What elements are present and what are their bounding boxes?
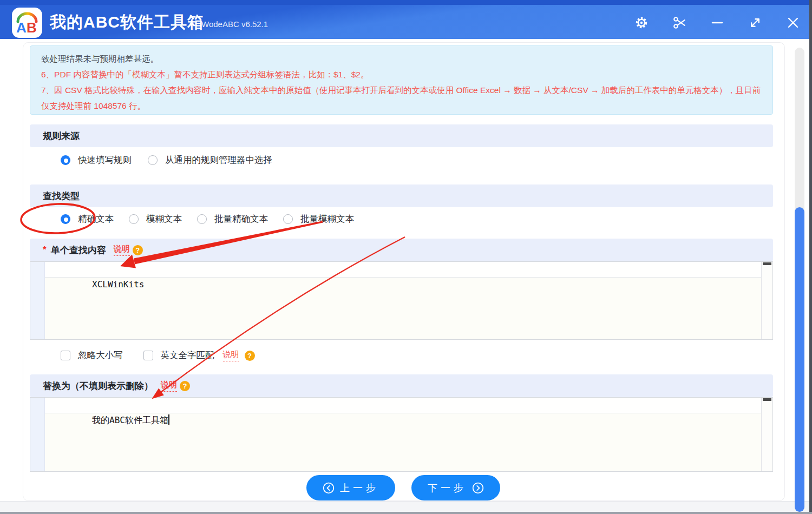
- help-link-replace[interactable]: 说明: [161, 380, 177, 392]
- checkbox-icon: [143, 351, 153, 360]
- radio-label: 精确文本: [78, 213, 114, 225]
- window-right-edge: [809, 0, 812, 514]
- radio-quick-fill-rule[interactable]: 快速填写规则: [61, 154, 132, 166]
- editor-gutter: [30, 262, 45, 339]
- radio-from-rule-manager[interactable]: 从通用的规则管理器中选择: [148, 154, 272, 166]
- rule-source-options: 快速填写规则 从通用的规则管理器中选择: [30, 147, 773, 173]
- checkbox-icon: [61, 351, 70, 360]
- section-search-content: * 单个查找内容 说明 ?: [30, 239, 773, 261]
- gear-icon[interactable]: [630, 15, 653, 31]
- radio-label: 从通用的规则管理器中选择: [165, 154, 272, 166]
- page-scrollbar-track[interactable]: [795, 48, 804, 512]
- help-icon[interactable]: ?: [133, 245, 143, 255]
- help-icon[interactable]: ?: [245, 351, 255, 361]
- checkbox-ignore-case[interactable]: 忽略大小写: [61, 350, 123, 361]
- notice-item-6: 6、PDF 内容替换中的「模糊文本」暂不支持正则表达式分组标签语法，比如：$1、…: [41, 67, 762, 82]
- radio-label: 模糊文本: [146, 213, 182, 225]
- notice-tail-line: 致处理结果未与预期相差甚远。: [41, 51, 762, 67]
- app-title: 我的ABC软件工具箱: [50, 11, 204, 34]
- chevron-right-circle-icon: [472, 482, 484, 494]
- next-step-label: 下一步: [428, 482, 467, 495]
- radio-label: 快速填写规则: [78, 154, 132, 166]
- checkbox-label: 忽略大小写: [78, 350, 123, 361]
- editor-scrollbar[interactable]: [761, 398, 772, 471]
- section-replace-title: 替换为（不填则表示删除）: [43, 380, 153, 392]
- resize-icon[interactable]: [743, 15, 767, 31]
- radio-label: 批量精确文本: [214, 213, 268, 225]
- page-scrollbar-thumb[interactable]: [795, 207, 804, 512]
- editor-line: 我的ABC软件工具箱: [45, 398, 761, 413]
- close-icon[interactable]: [781, 15, 805, 31]
- app-version: WodeABC v6.52.1: [201, 19, 268, 29]
- scissors-icon[interactable]: [667, 15, 691, 31]
- svg-text:A: A: [16, 19, 27, 36]
- svg-text:B: B: [27, 19, 37, 36]
- required-asterisk: *: [43, 245, 47, 255]
- titlebar[interactable]: A B 我的ABC软件工具箱 WodeABC v6.52.1: [0, 5, 809, 39]
- radio-unselected-icon: [129, 214, 139, 224]
- section-search-type: 查找类型: [30, 184, 773, 207]
- radio-batch-exact-text[interactable]: 批量精确文本: [197, 213, 268, 225]
- wizard-footer: 上一步 下一步: [0, 475, 807, 500]
- radio-selected-icon: [61, 155, 70, 165]
- app-window: A B 我的ABC软件工具箱 WodeABC v6.52.1: [0, 0, 812, 514]
- window-bottom-edge: [0, 512, 812, 514]
- replace-content-editor[interactable]: 我的ABC软件工具箱: [30, 397, 773, 472]
- search-type-options: 精确文本 模糊文本 批量精确文本 批量模糊文本: [30, 207, 773, 232]
- help-link-search-content[interactable]: 说明: [114, 244, 130, 256]
- replace-content-value: 我的ABC软件工具箱: [92, 415, 168, 425]
- notice-box: 致处理结果未与预期相差甚远。 6、PDF 内容替换中的「模糊文本」暂不支持正则表…: [30, 45, 773, 115]
- chevron-left-circle-icon: [323, 482, 335, 494]
- radio-fuzzy-text[interactable]: 模糊文本: [129, 213, 182, 225]
- app-logo: A B: [12, 8, 42, 38]
- minimize-icon[interactable]: [705, 15, 729, 31]
- section-search-content-title: 单个查找内容: [51, 244, 106, 256]
- radio-unselected-icon: [283, 214, 293, 224]
- help-link-whole-word[interactable]: 说明: [223, 350, 239, 361]
- section-rule-source: 规则来源: [30, 124, 773, 147]
- help-icon[interactable]: ?: [180, 381, 190, 391]
- section-search-type-title: 查找类型: [43, 190, 80, 202]
- radio-selected-icon: [61, 214, 70, 224]
- editor-scroll-thumb[interactable]: [763, 398, 771, 401]
- editor-scrollbar[interactable]: [761, 262, 772, 339]
- notice-item-7: 7、因 CSV 格式比较特殊，在输入查找内容时，应输入纯文本中的原始值（使用记事…: [41, 82, 762, 114]
- radio-unselected-icon: [148, 155, 158, 165]
- text-cursor: [168, 414, 169, 425]
- previous-step-button[interactable]: 上一步: [306, 475, 395, 500]
- editor-line: XCLWinKits: [45, 262, 761, 278]
- section-replace: 替换为（不填则表示删除） 说明 ?: [30, 374, 773, 397]
- section-rule-source-title: 规则来源: [43, 130, 80, 142]
- radio-label: 批量模糊文本: [300, 213, 354, 225]
- radio-unselected-icon: [197, 214, 207, 224]
- editor-gutter: [30, 398, 45, 471]
- background-window-strip: [0, 0, 809, 5]
- radio-exact-text[interactable]: 精确文本: [61, 213, 114, 225]
- match-options-row: 忽略大小写 英文全字匹配 说明 ?: [30, 345, 773, 366]
- search-content-editor[interactable]: XCLWinKits: [30, 261, 773, 340]
- ab-logo-icon: A B: [14, 10, 40, 36]
- radio-batch-fuzzy-text[interactable]: 批量模糊文本: [283, 213, 354, 225]
- checkbox-whole-word[interactable]: 英文全字匹配 说明 ?: [143, 350, 255, 361]
- editor-scroll-thumb[interactable]: [763, 262, 771, 265]
- next-step-button[interactable]: 下一步: [411, 475, 500, 500]
- search-content-value: XCLWinKits: [92, 279, 144, 289]
- checkbox-label: 英文全字匹配: [161, 350, 214, 361]
- previous-step-label: 上一步: [340, 482, 379, 495]
